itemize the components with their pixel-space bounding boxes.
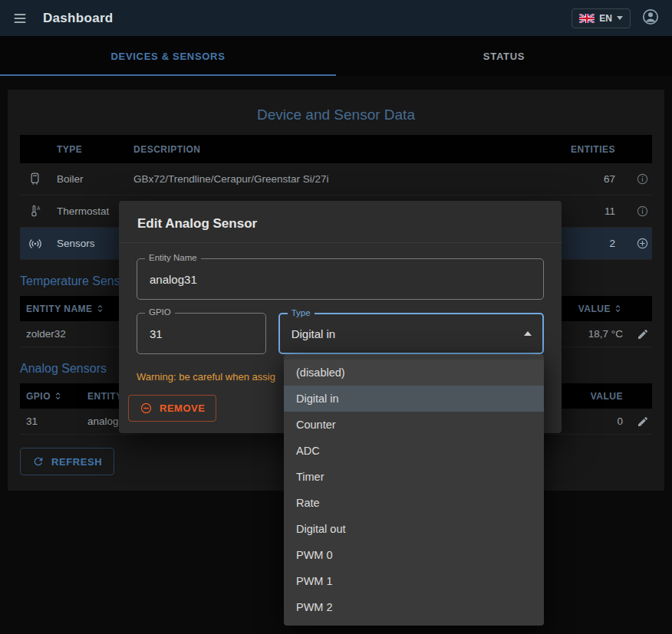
account-icon[interactable] bbox=[641, 8, 660, 29]
col-value: VALUE bbox=[591, 391, 623, 402]
language-selector[interactable]: EN bbox=[572, 8, 631, 28]
info-icon[interactable] bbox=[615, 172, 652, 186]
gpio-type-row: GPIO Type Digital in bbox=[137, 313, 544, 354]
chevron-up-icon bbox=[524, 331, 532, 336]
sensor-value: 0 bbox=[617, 416, 623, 427]
remove-icon bbox=[140, 402, 153, 415]
app-bar: Dashboard EN bbox=[0, 0, 672, 36]
dialog-title: Edit Analog Sensor bbox=[119, 201, 562, 243]
sensor-gpio: 31 bbox=[20, 416, 87, 427]
col-value[interactable]: VALUE bbox=[578, 304, 623, 314]
option-counter[interactable]: Counter bbox=[284, 412, 544, 438]
sort-icon bbox=[613, 304, 623, 314]
option-timer[interactable]: Timer bbox=[284, 464, 544, 490]
tab-devices-sensors[interactable]: DEVICES & SENSORS bbox=[0, 36, 336, 76]
entity-name-field: Entity Name bbox=[137, 258, 544, 300]
option-pwm-2[interactable]: PWM 2 bbox=[284, 594, 544, 620]
option-disabled[interactable]: (disabled) bbox=[284, 360, 544, 386]
col-entities: ENTITIES bbox=[571, 144, 615, 155]
remove-button[interactable]: REMOVE bbox=[128, 395, 216, 422]
device-type: Boiler bbox=[57, 173, 133, 185]
thermostat-icon: A bbox=[20, 204, 57, 218]
sensors-icon bbox=[20, 236, 57, 251]
boiler-icon bbox=[20, 172, 57, 186]
sort-icon bbox=[95, 304, 105, 314]
type-select[interactable]: Type Digital in bbox=[278, 313, 544, 354]
edit-icon[interactable] bbox=[623, 416, 652, 428]
svg-text:A: A bbox=[37, 205, 41, 211]
col-type: TYPE bbox=[57, 144, 133, 155]
type-dropdown-menu: (disabled) Digital in Counter ADC Timer … bbox=[284, 354, 544, 626]
gpio-field: GPIO bbox=[137, 313, 266, 354]
type-selected-value: Digital in bbox=[280, 327, 524, 340]
table-row-boiler[interactable]: Boiler GBx72/Trendline/Cerapur/Greenstar… bbox=[20, 163, 652, 195]
app-bar-actions: EN bbox=[572, 8, 660, 29]
sort-icon bbox=[53, 391, 63, 401]
refresh-icon bbox=[32, 455, 44, 468]
option-digital-in[interactable]: Digital in bbox=[284, 386, 544, 412]
active-tab-indicator bbox=[0, 74, 336, 76]
card-title: Device and Sensor Data bbox=[20, 90, 652, 135]
option-pwm-0[interactable]: PWM 0 bbox=[284, 542, 544, 568]
uk-flag-icon bbox=[579, 14, 595, 23]
tab-status[interactable]: STATUS bbox=[336, 36, 672, 76]
add-icon[interactable] bbox=[615, 237, 652, 250]
col-gpio[interactable]: GPIO bbox=[20, 391, 87, 402]
devices-table-header: TYPE DESCRIPTION ENTITIES bbox=[20, 135, 652, 163]
option-rate[interactable]: Rate bbox=[284, 490, 544, 516]
info-icon[interactable] bbox=[615, 205, 652, 218]
entity-name-label: Entity Name bbox=[145, 253, 201, 262]
tab-bar: DEVICES & SENSORS STATUS bbox=[0, 36, 672, 76]
device-description: GBx72/Trendline/Cerapur/Greenstar Si/27i bbox=[133, 173, 523, 185]
refresh-button[interactable]: REFRESH bbox=[20, 448, 114, 475]
col-description: DESCRIPTION bbox=[133, 144, 523, 155]
chevron-down-icon bbox=[617, 16, 623, 20]
entity-name-input[interactable] bbox=[137, 273, 543, 286]
option-adc[interactable]: ADC bbox=[284, 438, 544, 464]
language-label: EN bbox=[599, 13, 612, 24]
screen: Dashboard EN DEVICES & SENSORS STATUS bbox=[0, 0, 672, 634]
option-pwm-1[interactable]: PWM 1 bbox=[284, 568, 544, 594]
device-entities: 67 bbox=[604, 173, 615, 185]
gpio-label: GPIO bbox=[145, 307, 175, 317]
type-label: Type bbox=[288, 308, 315, 317]
sensor-value: 18,7 °C bbox=[588, 328, 623, 340]
page-title: Dashboard bbox=[43, 11, 114, 26]
hamburger-menu-icon[interactable] bbox=[12, 11, 28, 26]
option-digital-out[interactable]: Digital out bbox=[284, 516, 544, 542]
gpio-input[interactable] bbox=[137, 327, 265, 340]
device-entities: 2 bbox=[609, 238, 615, 249]
edit-icon[interactable] bbox=[623, 328, 652, 340]
device-entities: 11 bbox=[604, 205, 615, 217]
